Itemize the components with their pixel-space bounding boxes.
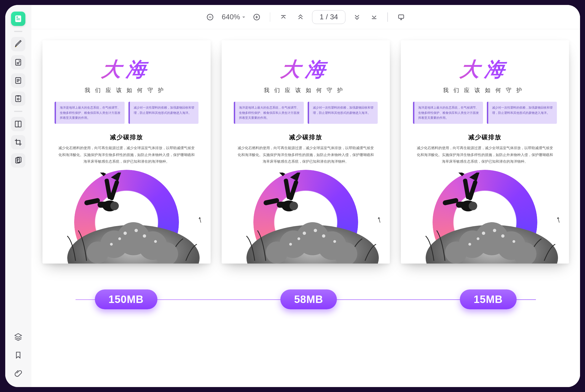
separator — [387, 12, 388, 22]
present-button[interactable] — [396, 12, 407, 23]
svg-rect-2 — [16, 18, 20, 19]
file-size-row: 150MB 58MB 15MB — [42, 288, 569, 310]
book-icon — [14, 14, 23, 23]
info-box-right: 减少对一次性塑料的依赖，加强废物回收和管理，防止塑料和其他形式的废物进入海洋。 — [308, 102, 378, 124]
svg-rect-49 — [283, 178, 291, 199]
main-area: 640% 1 / 34 — [31, 5, 580, 387]
coral-illustration — [401, 203, 569, 264]
separator — [14, 31, 22, 32]
svg-point-43 — [110, 243, 113, 246]
toolbar: 640% 1 / 34 — [31, 5, 580, 29]
svg-point-76 — [493, 229, 496, 232]
highlighter-icon — [14, 40, 23, 49]
crop-icon — [14, 138, 23, 147]
sidebar-compare[interactable] — [11, 117, 25, 131]
compare-icon — [14, 120, 23, 128]
info-box-right: 减少对一次性塑料的依赖，加强废物回收和管理，防止塑料和其他形式的废物进入海洋。 — [487, 102, 557, 124]
present-icon — [397, 13, 405, 21]
page-current: 1 — [320, 13, 323, 21]
sidebar-typewriter[interactable] — [11, 55, 25, 69]
document-row: 大海 我们应该如何守护 海洋是地球上最大的生态系统，在气候调节、生物多样性保护、… — [42, 40, 569, 264]
doc-title: 大海 — [232, 56, 379, 83]
section-title: 减少碳排放 — [234, 133, 378, 141]
sidebar — [5, 5, 31, 387]
last-page-button[interactable] — [369, 12, 380, 23]
svg-point-61 — [289, 243, 292, 246]
doc-subtitle: 我们应该如何守护 — [55, 87, 198, 94]
zoom-level: 640% — [222, 13, 240, 21]
zoom-in-icon — [253, 13, 261, 21]
doc-subtitle: 我们应该如何守护 — [413, 87, 557, 94]
fill-form-icon — [14, 94, 23, 103]
svg-rect-13 — [15, 121, 18, 127]
page-total: 34 — [330, 13, 338, 21]
prev-page-button[interactable] — [295, 12, 306, 23]
sidebar-highlighter[interactable] — [11, 37, 25, 51]
prev-page-icon — [297, 13, 304, 21]
coral-illustration — [222, 203, 390, 264]
svg-point-77 — [477, 237, 479, 240]
svg-point-75 — [482, 232, 485, 235]
svg-point-78 — [501, 234, 505, 238]
zoom-out-button[interactable] — [205, 12, 216, 23]
svg-point-58 — [314, 229, 317, 232]
sidebar-duplicate[interactable] — [11, 153, 25, 168]
svg-point-40 — [135, 229, 138, 232]
next-page-button[interactable] — [351, 12, 363, 23]
bookmark-icon — [14, 351, 23, 359]
paperclip-icon — [14, 369, 23, 378]
zoom-out-icon — [206, 13, 214, 21]
next-page-icon — [353, 13, 361, 21]
svg-rect-14 — [18, 121, 21, 127]
hero-image: ↑ — [42, 159, 211, 264]
svg-point-39 — [124, 232, 127, 235]
typewriter-icon — [14, 58, 23, 67]
sidebar-layers[interactable] — [11, 330, 25, 344]
sidebar-crop[interactable] — [11, 135, 25, 149]
svg-point-60 — [322, 234, 325, 238]
svg-point-73 — [445, 241, 467, 264]
document-preview-2[interactable]: 大海 我们应该如何守护 海洋是地球上最大的生态系统，在气候调节、生物多样性保护、… — [222, 40, 390, 264]
svg-rect-11 — [16, 96, 21, 101]
coral-illustration — [42, 203, 211, 264]
svg-rect-3 — [16, 20, 20, 20]
document-preview-1[interactable]: 大海 我们应该如何守护 海洋是地球上最大的生态系统，在气候调节、生物多样性保护、… — [42, 40, 211, 264]
svg-point-57 — [303, 232, 306, 235]
svg-point-62 — [333, 240, 336, 243]
svg-rect-31 — [104, 178, 112, 199]
info-box-left: 海洋是地球上最大的生态系统，在气候调节、生物多样性保护、粮食供应和人类生计方面发… — [413, 102, 483, 124]
svg-point-37 — [87, 241, 109, 264]
section-title: 减少碳排放 — [55, 133, 198, 141]
zoom-select[interactable]: 640% — [222, 13, 245, 21]
svg-point-59 — [297, 237, 300, 240]
sidebar-fill-form[interactable] — [11, 92, 25, 106]
svg-point-12 — [17, 98, 19, 100]
doc-subtitle: 我们应该如何守护 — [234, 87, 378, 94]
first-page-button[interactable] — [278, 12, 289, 23]
brand-logo[interactable] — [11, 12, 25, 26]
info-box-right: 减少对一次性塑料的依赖，加强废物回收和管理，防止塑料和其他形式的废物进入海洋。 — [128, 102, 198, 124]
separator — [270, 12, 270, 22]
document-preview-3[interactable]: 大海 我们应该如何守护 海洋是地球上最大的生态系统，在气候调节、生物多样性保护、… — [401, 40, 569, 264]
svg-point-80 — [512, 240, 515, 243]
app-window: 640% 1 / 34 — [5, 5, 580, 387]
file-size-badge-3: 15MB — [460, 289, 516, 309]
svg-point-44 — [154, 240, 157, 243]
svg-point-79 — [468, 243, 471, 246]
zoom-in-button[interactable] — [251, 12, 262, 23]
file-size-badge-1: 150MB — [95, 289, 158, 309]
sidebar-outline[interactable] — [11, 73, 25, 88]
layers-icon — [14, 332, 23, 341]
last-page-icon — [370, 13, 378, 21]
sidebar-attach[interactable] — [11, 366, 25, 380]
duplicate-icon — [14, 156, 23, 165]
canvas[interactable]: 大海 我们应该如何守护 海洋是地球上最大的生态系统，在气候调节、生物多样性保护、… — [31, 29, 580, 387]
doc-title: 大海 — [411, 56, 558, 83]
page-indicator[interactable]: 1 / 34 — [312, 10, 345, 24]
file-size-badge-2: 58MB — [280, 289, 337, 309]
info-box-left: 海洋是地球上最大的生态系统，在气候调节、生物多样性保护、粮食供应和人类生计方面发… — [234, 102, 304, 124]
sidebar-bookmark[interactable] — [11, 348, 25, 362]
outline-icon — [14, 76, 23, 85]
page-sep: / — [326, 13, 328, 21]
svg-rect-67 — [463, 178, 470, 199]
